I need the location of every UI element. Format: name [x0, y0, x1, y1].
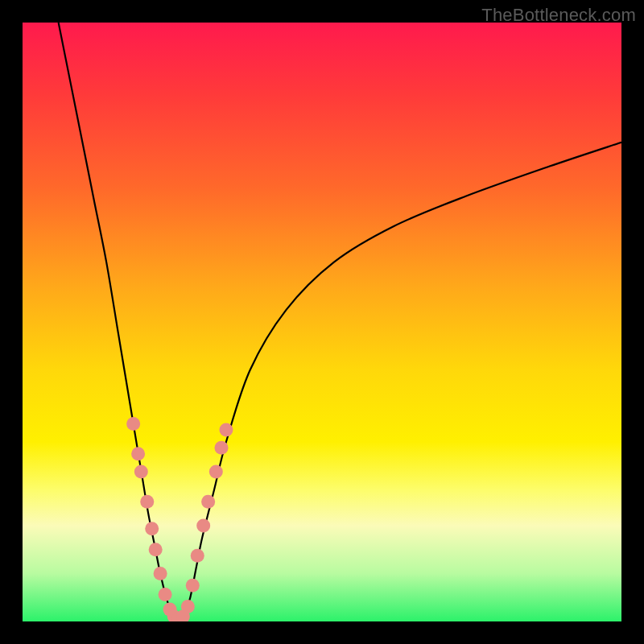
highlight-dot	[209, 465, 223, 479]
highlight-dot	[191, 549, 204, 563]
highlight-dot	[131, 447, 145, 460]
highlight-dot	[196, 518, 210, 532]
highlight-dot	[201, 495, 215, 509]
watermark-text: TheBottleneck.com	[481, 5, 636, 26]
highlight-dot	[126, 417, 140, 431]
highlight-dot	[154, 567, 167, 580]
highlight-dot	[134, 465, 148, 479]
highlight-dot	[181, 600, 195, 613]
highlight-dot	[159, 588, 172, 601]
chart-svg	[23, 23, 621, 621]
curve-right-branch	[178, 142, 621, 621]
highlight-dots	[126, 417, 233, 621]
highlight-dot	[145, 522, 159, 535]
highlight-dot	[186, 579, 200, 592]
highlight-dot	[149, 543, 163, 556]
highlight-dot	[219, 423, 233, 436]
chart-plot-area	[23, 23, 621, 621]
highlight-dot	[215, 441, 229, 455]
highlight-dot	[140, 495, 154, 509]
curve-left-branch	[59, 23, 179, 621]
